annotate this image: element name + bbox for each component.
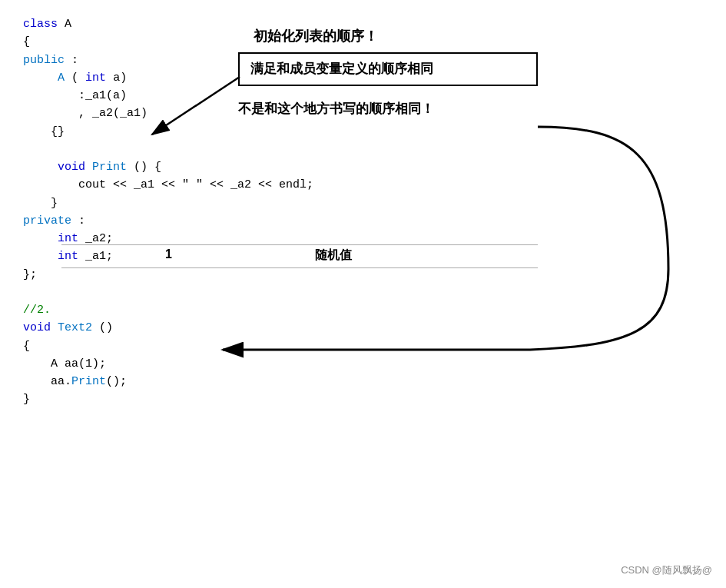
func-name: A (58, 71, 65, 85)
kw-int2: int (58, 232, 78, 245)
code-line-7: {} (23, 123, 313, 141)
code-line-17: //2. (23, 301, 313, 319)
output-value-2: 随机值 (315, 247, 352, 264)
kw-int3: int (58, 250, 78, 263)
func-print: Print (92, 161, 127, 174)
code-line-22: } (23, 390, 313, 408)
separator-line-bottom (61, 267, 538, 268)
kw-void2: void (23, 321, 51, 334)
code-line-10: cout << _a1 << " " << _a2 << endl; (23, 176, 313, 194)
code-line-12: private : (23, 212, 313, 230)
code-line-19: { (23, 337, 313, 355)
code-line-blank2 (23, 284, 313, 301)
annotation-box: 满足和成员变量定义的顺序相同 (238, 52, 538, 86)
output-value-1: 1 (165, 247, 172, 261)
kw-int: int (85, 71, 106, 85)
separator-line-top (61, 244, 538, 245)
func-text2: Text2 (58, 321, 92, 334)
code-line-18: void Text2 () (23, 319, 313, 337)
keyword-class: class (23, 18, 58, 31)
annotation-sub: 不是和这个地方书写的顺序相同！ (238, 100, 434, 118)
code-line-9: void Print () { (23, 158, 313, 176)
code-line-11: } (23, 194, 313, 212)
kw-private: private (23, 214, 71, 228)
comment: //2. (23, 304, 51, 317)
watermark: CSDN @随风飘扬@ (621, 563, 712, 577)
annotation-title: 初始化列表的顺序！ (254, 27, 378, 45)
keyword-public: public (23, 54, 65, 67)
code-line-20: A aa(1); (23, 355, 313, 373)
code-line-21: aa.Print(); (23, 373, 313, 390)
code-line-blank1 (23, 141, 313, 158)
kw-void: void (58, 161, 85, 174)
